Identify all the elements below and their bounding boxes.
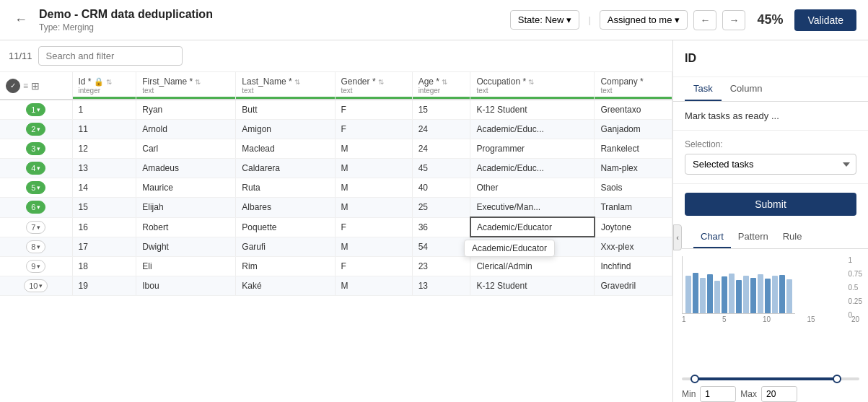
- max-input[interactable]: [761, 386, 797, 402]
- cell-age: 24: [412, 139, 470, 159]
- sort-icon[interactable]: ⇅: [195, 78, 201, 86]
- cell-company: Saois: [595, 178, 672, 198]
- cell-lastname: Rim: [236, 257, 335, 276]
- row-badge[interactable]: 10 ▾: [24, 279, 48, 292]
- sort-icon[interactable]: ⇅: [528, 78, 534, 86]
- table-wrapper[interactable]: ✓ ≡ ⊞ Id * 🔒 ⇅: [0, 72, 672, 402]
- sort-icon[interactable]: ⇅: [106, 78, 112, 86]
- row-badge[interactable]: 2 ▾: [26, 123, 45, 136]
- nav-forward-button[interactable]: →: [722, 10, 745, 30]
- row-badge[interactable]: 8 ▾: [26, 240, 45, 253]
- chart-y-labels: 1 0.75 0.5 0.25 0: [849, 256, 862, 319]
- col-header-firstname: First_Name * ⇅ text: [136, 72, 236, 100]
- cell-lastname: Poquette: [236, 217, 335, 237]
- sort-icon[interactable]: ⇅: [378, 78, 384, 86]
- chart-bar: [772, 276, 778, 313]
- selection-section: Selection: Selected tasks All tasks Curr…: [673, 131, 868, 184]
- cell-occupation: Academic/Educ...: [470, 120, 595, 139]
- min-label: Min: [682, 389, 696, 399]
- cell-company: Greentaxo: [595, 100, 672, 120]
- sort-icon[interactable]: ⇅: [294, 78, 300, 86]
- right-panel-top: ID: [673, 40, 868, 77]
- row-badge[interactable]: 3 ▾: [26, 142, 45, 155]
- progress-percent: 45%: [757, 12, 783, 27]
- id-label: ID: [685, 52, 856, 65]
- chart-bar: [743, 276, 749, 314]
- table-row: 3 ▾ 12 Carl Maclead M 24 Programmer Rank…: [0, 139, 672, 159]
- submit-button[interactable]: Submit: [685, 193, 856, 216]
- cell-company: Nam-plex: [595, 159, 672, 178]
- chart-header: ‹ Chart Pattern Rule: [673, 224, 868, 250]
- min-input[interactable]: [700, 386, 736, 402]
- chart-tab-pattern[interactable]: Pattern: [731, 226, 776, 248]
- chart-bar: [707, 274, 713, 313]
- row-label-cell: 7 ▾: [0, 217, 72, 237]
- cell-gender: F: [335, 257, 412, 276]
- cell-occupation: Other: [470, 178, 595, 198]
- tab-task[interactable]: Task: [685, 77, 722, 101]
- table-row: 5 ▾ 14 Maurice Ruta M 40 Other Saois: [0, 178, 672, 198]
- check-icon: ✓: [10, 82, 16, 89]
- cell-occupation: K-12 Student: [470, 276, 595, 296]
- cell-lastname: Kaké: [236, 276, 335, 296]
- chart-bar: [729, 274, 735, 314]
- chart-tab-chart[interactable]: Chart: [693, 226, 731, 248]
- row-badge[interactable]: 4 ▾: [26, 162, 45, 175]
- table-row: 8 ▾ 17 Dwight Garufi M 54 Academic/Educ.…: [0, 237, 672, 257]
- table-row: 10 ▾ 19 Ibou Kaké M 13 K-12 Student Grav…: [0, 276, 672, 296]
- chart-bar: [700, 278, 706, 313]
- cell-firstname: Ibou: [136, 276, 236, 296]
- selection-dropdown[interactable]: Selected tasks All tasks Current task: [685, 154, 856, 175]
- row-label-cell: 9 ▾: [0, 257, 72, 276]
- assigned-button[interactable]: Assigned to me ▾: [600, 10, 688, 30]
- cell-gender: M: [335, 139, 412, 159]
- select-all-checkbox[interactable]: ✓: [6, 79, 20, 93]
- cell-firstname: Dwight: [136, 237, 236, 257]
- row-badge[interactable]: 6 ▾: [26, 201, 45, 214]
- col-header-row: ✓ ≡ ⊞: [0, 72, 72, 100]
- table-row: 4 ▾ 13 Amadeus Caldarera M 45 Academic/E…: [0, 159, 672, 178]
- cell-age: 25: [412, 198, 470, 218]
- col-header-gender: Gender * ⇅ text: [335, 72, 412, 100]
- row-badge[interactable]: 7 ▾: [26, 221, 45, 234]
- collapse-button[interactable]: ‹: [673, 224, 682, 250]
- cell-firstname: Amadeus: [136, 159, 236, 178]
- state-button[interactable]: State: New ▾: [510, 10, 580, 30]
- sort-icon[interactable]: ⇅: [442, 78, 447, 86]
- record-count: 11/11: [9, 51, 32, 61]
- chart-bar: [693, 273, 698, 313]
- back-button[interactable]: ←: [12, 9, 30, 30]
- chart-tab-rule[interactable]: Rule: [776, 226, 810, 248]
- cell-id: 19: [72, 276, 136, 296]
- col-header-lastname: Last_Name * ⇅ text: [236, 72, 335, 100]
- cell-lastname: Albares: [236, 198, 335, 218]
- app-container: ← Demo - CRM data deduplication Type: Me…: [0, 0, 868, 402]
- cell-company: Gravedril: [595, 276, 672, 296]
- row-badge[interactable]: 1 ▾: [26, 103, 45, 116]
- col-menu-icon[interactable]: ≡: [23, 81, 28, 91]
- col-header-occupation: Occupation * ⇅ text: [470, 72, 595, 100]
- slider-thumb-right[interactable]: [833, 375, 841, 383]
- chart-bar: [786, 279, 792, 313]
- chart-area: 1 0.75 0.5 0.25 0 1 5 10 15 20: [673, 250, 868, 367]
- cell-lastname: Maclead: [236, 139, 335, 159]
- cell-occupation: Academic/Educator Academic/Educator: [470, 217, 595, 237]
- table-row: 6 ▾ 15 Elijah Albares M 25 Executive/Man…: [0, 198, 672, 218]
- cell-firstname: Carl: [136, 139, 236, 159]
- grid-icon[interactable]: ⊞: [31, 80, 40, 92]
- slider-track: [682, 377, 859, 380]
- cell-age: 54: [412, 237, 470, 257]
- slider-section: Min Max: [673, 367, 868, 402]
- tab-column[interactable]: Column: [722, 77, 771, 101]
- slider-thumb-left[interactable]: [691, 375, 699, 383]
- cell-company: Tranlam: [595, 198, 672, 218]
- search-input[interactable]: [38, 46, 183, 66]
- nav-back-button[interactable]: ←: [693, 10, 716, 30]
- row-badge[interactable]: 9 ▾: [26, 260, 45, 273]
- cell-company: Inchfind: [595, 257, 672, 276]
- separator: |: [588, 14, 590, 25]
- row-badge[interactable]: 5 ▾: [26, 181, 45, 194]
- validate-button[interactable]: Validate: [794, 9, 856, 31]
- row-label-cell: 2 ▾: [0, 120, 72, 139]
- cell-company: Joytone: [595, 217, 672, 237]
